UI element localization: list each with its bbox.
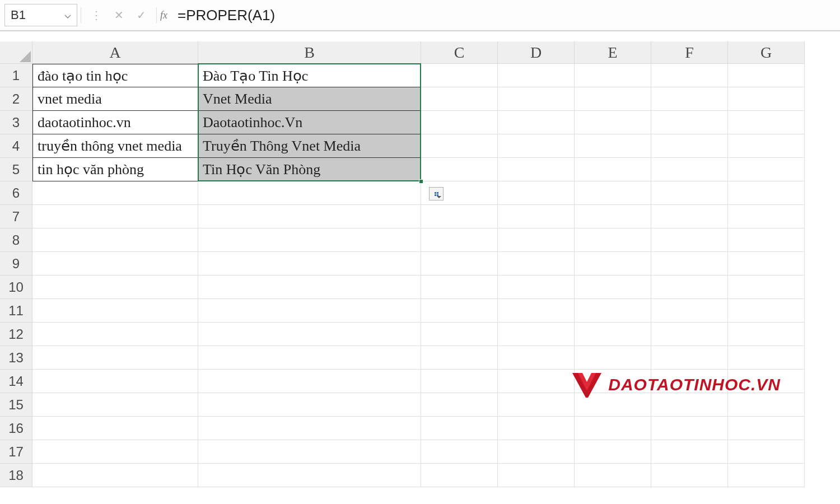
cell-B6[interactable] <box>198 181 421 205</box>
cell-B8[interactable] <box>198 228 421 252</box>
cell-C14[interactable] <box>421 370 498 393</box>
cell-G12[interactable] <box>728 323 805 346</box>
cell-G9[interactable] <box>728 252 805 276</box>
cell-A1[interactable]: đào tạo tin học <box>32 64 198 87</box>
confirm-button[interactable]: ✓ <box>135 8 147 22</box>
cell-D18[interactable] <box>498 464 575 487</box>
formula-input[interactable]: =PROPER(A1) <box>175 7 840 24</box>
cell-F12[interactable] <box>651 323 728 346</box>
cell-B4[interactable]: Truyền Thông Vnet Media <box>198 134 421 158</box>
cell-D7[interactable] <box>498 205 575 228</box>
cell-B18[interactable] <box>198 464 421 487</box>
cell-A7[interactable] <box>32 205 198 228</box>
row-header-6[interactable]: 6 <box>0 181 32 205</box>
cell-C2[interactable] <box>421 87 498 111</box>
column-header-F[interactable]: F <box>651 41 728 64</box>
name-box-dropdown-icon[interactable] <box>64 8 71 22</box>
cell-F17[interactable] <box>651 440 728 464</box>
row-header-7[interactable]: 7 <box>0 205 32 228</box>
row-header-16[interactable]: 16 <box>0 417 32 440</box>
column-header-C[interactable]: C <box>421 41 498 64</box>
cell-E8[interactable] <box>575 228 651 252</box>
cell-B17[interactable] <box>198 440 421 464</box>
cell-G16[interactable] <box>728 417 805 440</box>
cell-E5[interactable] <box>575 158 651 181</box>
cell-E12[interactable] <box>575 323 651 346</box>
cell-F11[interactable] <box>651 299 728 323</box>
cell-A2[interactable]: vnet media <box>32 87 198 111</box>
cell-C13[interactable] <box>421 346 498 370</box>
cell-C10[interactable] <box>421 276 498 299</box>
column-header-G[interactable]: G <box>728 41 805 64</box>
cell-B11[interactable] <box>198 299 421 323</box>
fill-handle[interactable] <box>419 179 423 184</box>
cell-F16[interactable] <box>651 417 728 440</box>
row-header-14[interactable]: 14 <box>0 370 32 393</box>
cell-D3[interactable] <box>498 111 575 134</box>
cell-B10[interactable] <box>198 276 421 299</box>
row-header-18[interactable]: 18 <box>0 464 32 487</box>
cell-G18[interactable] <box>728 464 805 487</box>
cell-A4[interactable]: truyền thông vnet media <box>32 134 198 158</box>
cell-C15[interactable] <box>421 393 498 417</box>
cell-E1[interactable] <box>575 64 651 87</box>
cell-A11[interactable] <box>32 299 198 323</box>
cell-A9[interactable] <box>32 252 198 276</box>
autofill-options-button[interactable] <box>429 187 444 200</box>
column-header-A[interactable]: A <box>32 41 198 64</box>
cell-C18[interactable] <box>421 464 498 487</box>
row-header-12[interactable]: 12 <box>0 323 32 346</box>
column-header-B[interactable]: B <box>198 41 421 64</box>
cell-F4[interactable] <box>651 134 728 158</box>
row-header-9[interactable]: 9 <box>0 252 32 276</box>
cell-E13[interactable] <box>575 346 651 370</box>
row-header-10[interactable]: 10 <box>0 276 32 299</box>
cell-F7[interactable] <box>651 205 728 228</box>
cell-D1[interactable] <box>498 64 575 87</box>
cell-E6[interactable] <box>575 181 651 205</box>
cell-A13[interactable] <box>32 346 198 370</box>
cell-G10[interactable] <box>728 276 805 299</box>
cell-C4[interactable] <box>421 134 498 158</box>
cell-D16[interactable] <box>498 417 575 440</box>
cell-C12[interactable] <box>421 323 498 346</box>
column-header-E[interactable]: E <box>575 41 651 64</box>
cell-B16[interactable] <box>198 417 421 440</box>
cell-G1[interactable] <box>728 64 805 87</box>
cell-E16[interactable] <box>575 417 651 440</box>
cell-B2[interactable]: Vnet Media <box>198 87 421 111</box>
row-header-5[interactable]: 5 <box>0 158 32 181</box>
cell-E17[interactable] <box>575 440 651 464</box>
cell-B7[interactable] <box>198 205 421 228</box>
cell-G13[interactable] <box>728 346 805 370</box>
column-header-D[interactable]: D <box>498 41 575 64</box>
cell-D2[interactable] <box>498 87 575 111</box>
row-header-17[interactable]: 17 <box>0 440 32 464</box>
cell-D10[interactable] <box>498 276 575 299</box>
cell-B9[interactable] <box>198 252 421 276</box>
cell-F8[interactable] <box>651 228 728 252</box>
cell-E3[interactable] <box>575 111 651 134</box>
cell-E11[interactable] <box>575 299 651 323</box>
cell-B14[interactable] <box>198 370 421 393</box>
cell-B15[interactable] <box>198 393 421 417</box>
cell-A10[interactable] <box>32 276 198 299</box>
cell-A14[interactable] <box>32 370 198 393</box>
cell-A5[interactable]: tin học văn phòng <box>32 158 198 181</box>
cell-E2[interactable] <box>575 87 651 111</box>
cell-D17[interactable] <box>498 440 575 464</box>
cell-F10[interactable] <box>651 276 728 299</box>
cell-D9[interactable] <box>498 252 575 276</box>
cell-G3[interactable] <box>728 111 805 134</box>
cell-A16[interactable] <box>32 417 198 440</box>
row-header-13[interactable]: 13 <box>0 346 32 370</box>
cancel-button[interactable]: ✕ <box>113 8 125 22</box>
cell-A6[interactable] <box>32 181 198 205</box>
cell-D12[interactable] <box>498 323 575 346</box>
cell-F5[interactable] <box>651 158 728 181</box>
cell-G17[interactable] <box>728 440 805 464</box>
cell-B5[interactable]: Tin Học Văn Phòng <box>198 158 421 181</box>
cell-A17[interactable] <box>32 440 198 464</box>
cell-C3[interactable] <box>421 111 498 134</box>
cell-D4[interactable] <box>498 134 575 158</box>
